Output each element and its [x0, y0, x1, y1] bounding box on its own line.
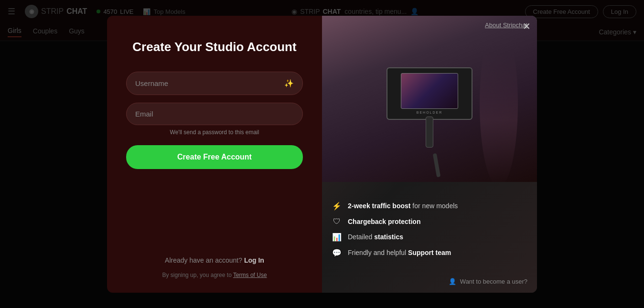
terms-link[interactable]: Terms of Use — [233, 272, 267, 278]
camera-visual: BEHOLDER — [322, 16, 537, 182]
become-user-icon: 👤 — [449, 278, 456, 285]
become-user-text[interactable]: Want to become a user? — [460, 278, 527, 285]
create-account-button[interactable]: Create Free Account — [126, 145, 303, 169]
terms-pre-label: By signing up, you agree to — [162, 272, 231, 278]
already-account-text: Already have an account? Log In — [165, 256, 264, 264]
become-user-section: 👤 Want to become a user? — [449, 278, 527, 285]
username-field-container[interactable]: ✨ — [126, 72, 303, 95]
feature-chargeback-text: Chargeback protection — [348, 218, 420, 225]
feature-statistics-text: Detailed statistics — [348, 233, 403, 241]
terms-text: By signing up, you agree to Terms of Use — [162, 272, 267, 278]
login-link[interactable]: Log In — [244, 256, 264, 264]
chat-icon: 💬 — [332, 248, 342, 257]
already-account-label: Already have an account? — [165, 256, 242, 264]
feature-traffic-boost-text: 2-week traffic boost for new models — [348, 202, 458, 210]
feature-chargeback: 🛡 Chargeback protection — [332, 217, 527, 226]
background-image: BEHOLDER About Stripchat ⚡ 2-week traffi… — [322, 16, 537, 293]
email-field-container[interactable] — [126, 103, 303, 125]
wand-icon: ✨ — [284, 79, 294, 88]
camera-brand-label: BEHOLDER — [417, 111, 443, 114]
modal-left-panel: Create Your Studio Account ✨ We'll send … — [107, 16, 322, 293]
feature-statistics: 📊 Detailed statistics — [332, 233, 527, 242]
features-list: ⚡ 2-week traffic boost for new models 🛡 … — [332, 202, 527, 264]
email-hint: We'll send a password to this email — [170, 129, 259, 136]
close-button[interactable]: ✕ — [520, 20, 533, 33]
shield-icon: 🛡 — [332, 217, 342, 226]
chart-icon: 📊 — [332, 233, 342, 242]
email-input[interactable] — [135, 110, 294, 118]
feature-support: 💬 Friendly and helpful Support team — [332, 248, 527, 257]
feature-support-text: Friendly and helpful Support team — [348, 249, 451, 256]
modal-title: Create Your Studio Account — [132, 40, 296, 54]
feature-traffic-boost: ⚡ 2-week traffic boost for new models — [332, 202, 527, 211]
username-input[interactable] — [135, 79, 284, 87]
modal-right-panel: BEHOLDER About Stripchat ⚡ 2-week traffi… — [322, 16, 537, 293]
lightning-icon: ⚡ — [332, 202, 342, 211]
modal-dialog: ✕ Create Your Studio Account ✨ We'll sen… — [107, 16, 537, 293]
